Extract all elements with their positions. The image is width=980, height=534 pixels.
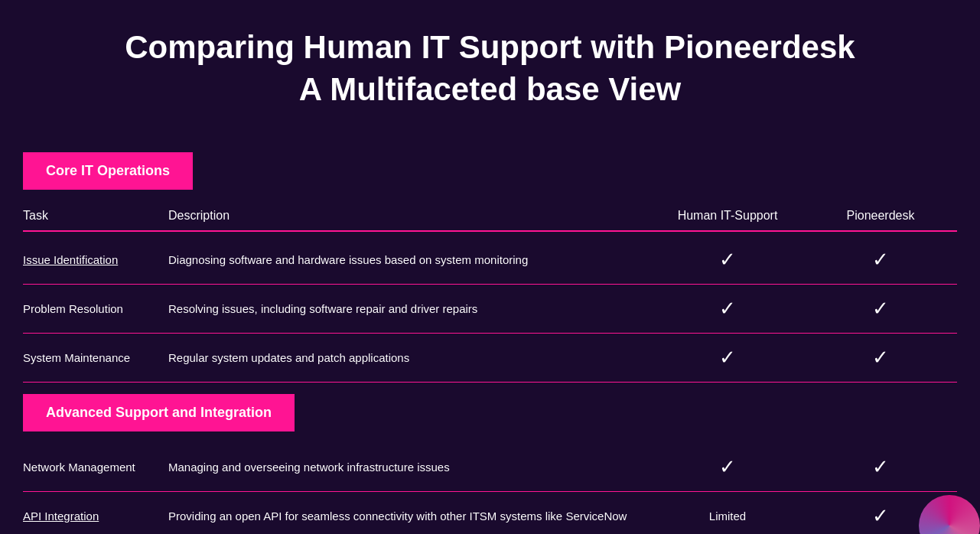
advanced-support-category: Advanced Support and Integration <box>23 386 957 439</box>
page-container: Comparing Human IT Support with Pioneerd… <box>0 0 980 534</box>
core-it-operations-category: Core IT Operations <box>23 145 957 197</box>
table-row: Issue Identification Diagnosing software… <box>23 236 957 285</box>
pioneerdesk-column-header: Pioneerdesk <box>804 209 957 223</box>
desc-system-maintenance: Regular system updates and patch applica… <box>168 350 651 366</box>
title-section: Comparing Human IT Support with Pioneerd… <box>23 15 957 122</box>
check-icon: ✓ <box>719 248 736 272</box>
description-column-header: Description <box>168 209 651 223</box>
check-icon: ✓ <box>719 455 736 479</box>
table-row: Network Management Managing and overseei… <box>23 443 957 492</box>
pioneerdesk-issue-identification: ✓ <box>804 248 957 272</box>
desc-issue-identification: Diagnosing software and hardware issues … <box>168 252 651 268</box>
desc-problem-resolution: Resolving issues, including software rep… <box>168 301 651 317</box>
check-icon: ✓ <box>872 504 889 528</box>
page-title: Comparing Human IT Support with Pioneerd… <box>23 27 957 110</box>
check-icon: ✓ <box>872 248 889 272</box>
human-support-column-header: Human IT-Support <box>651 209 804 223</box>
human-support-issue-identification: ✓ <box>651 248 804 272</box>
advanced-support-header: Advanced Support and Integration <box>23 394 295 431</box>
human-support-system-maintenance: ✓ <box>651 346 804 370</box>
human-support-problem-resolution: ✓ <box>651 297 804 321</box>
check-icon: ✓ <box>719 346 736 370</box>
pioneerdesk-network-management: ✓ <box>804 455 957 479</box>
pioneerdesk-problem-resolution: ✓ <box>804 297 957 321</box>
comparison-table: Core IT Operations Task Description Huma… <box>23 145 957 534</box>
task-system-maintenance: System Maintenance <box>23 351 168 364</box>
task-network-management: Network Management <box>23 461 168 474</box>
table-row: Problem Resolution Resolving issues, inc… <box>23 285 957 334</box>
human-support-api-integration: Limited <box>651 510 804 523</box>
check-icon: ✓ <box>872 346 889 370</box>
core-it-operations-header: Core IT Operations <box>23 152 193 190</box>
task-column-header: Task <box>23 209 168 223</box>
desc-api-integration: Providing an open API for seamless conne… <box>168 508 651 524</box>
check-icon: ✓ <box>872 297 889 321</box>
task-problem-resolution: Problem Resolution <box>23 302 168 315</box>
task-api-integration: API Integration <box>23 510 168 523</box>
human-support-network-management: ✓ <box>651 455 804 479</box>
pioneerdesk-system-maintenance: ✓ <box>804 346 957 370</box>
table-row: API Integration Providing an open API fo… <box>23 492 957 534</box>
table-header: Task Description Human IT-Support Pionee… <box>23 201 957 232</box>
task-issue-identification: Issue Identification <box>23 253 168 266</box>
check-icon: ✓ <box>872 455 889 479</box>
desc-network-management: Managing and overseeing network infrastr… <box>168 459 651 475</box>
table-row: System Maintenance Regular system update… <box>23 334 957 383</box>
check-icon: ✓ <box>719 297 736 321</box>
